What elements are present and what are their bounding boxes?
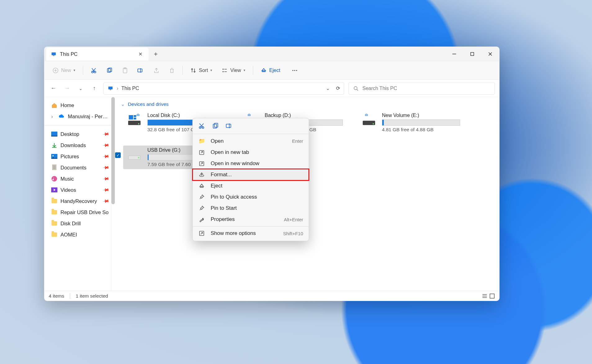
context-label: Open in new window	[211, 160, 259, 167]
sidebar-item-home[interactable]: Home	[50, 100, 110, 110]
sidebar-item-pictures[interactable]: Pictures📌	[50, 151, 110, 161]
view-button[interactable]: View ▾	[218, 65, 249, 76]
svg-line-60	[200, 124, 203, 128]
status-item-count: 4 items	[49, 293, 64, 299]
sidebar-label: Manuviraj - Personal	[68, 114, 109, 119]
delete-button[interactable]	[165, 65, 179, 76]
maximize-button[interactable]	[463, 47, 481, 61]
sidebar-item-documents[interactable]: Documents📌	[50, 163, 110, 173]
svg-rect-0	[52, 52, 56, 55]
sidebar-item-videos[interactable]: Videos📌	[50, 185, 110, 195]
context-open-new-window[interactable]: Open in new window	[193, 158, 309, 169]
paste-button[interactable]	[118, 65, 132, 76]
cut-button[interactable]	[198, 123, 205, 129]
sidebar-item-music[interactable]: Music📌	[50, 174, 110, 184]
videos-icon	[51, 187, 57, 193]
thumbnails-view-button[interactable]	[489, 293, 495, 299]
pin-icon: 📌	[102, 197, 110, 204]
up-button[interactable]: ↑	[90, 85, 99, 92]
sidebar-item-downloads[interactable]: Downloads📌	[50, 140, 110, 150]
eject-label: Eject	[269, 68, 280, 73]
forward-button[interactable]: →	[62, 85, 72, 92]
copy-button[interactable]	[212, 123, 219, 129]
tab-this-pc[interactable]: This PC ✕	[46, 47, 149, 61]
drive-icon	[360, 113, 378, 127]
folder-icon	[51, 231, 57, 238]
cloud-icon	[59, 113, 65, 119]
rename-button[interactable]	[133, 65, 148, 76]
pin-icon	[198, 194, 205, 200]
search-box[interactable]	[348, 82, 495, 95]
svg-point-28	[354, 87, 357, 90]
sidebar-item-aomei[interactable]: AOMEI	[50, 230, 110, 240]
close-button[interactable]	[481, 47, 499, 61]
svg-rect-45	[134, 118, 136, 119]
svg-rect-17	[138, 69, 142, 72]
pictures-icon	[51, 153, 57, 160]
rename-button[interactable]	[226, 123, 233, 129]
new-tab-button[interactable]: ＋	[149, 47, 163, 61]
context-properties[interactable]: PropertiesAlt+Enter	[193, 214, 309, 225]
new-button[interactable]: New ▾	[49, 65, 79, 76]
svg-line-59	[200, 124, 204, 128]
context-pin-start[interactable]: Pin to Start	[193, 203, 309, 214]
sort-label: Sort	[199, 68, 208, 73]
refresh-button[interactable]: ⟳	[336, 85, 340, 91]
sidebar-item-onedrive[interactable]: › Manuviraj - Personal	[50, 111, 110, 121]
sidebar-item-diskdrill[interactable]: Disk Drill	[50, 218, 110, 228]
context-format[interactable]: Format...	[193, 169, 309, 180]
sidebar-label: Repair USB Drive Software	[61, 209, 109, 215]
drive-newvolume-e[interactable]: New Volume (E:) 4.81 GB free of 4.88 GB	[358, 111, 463, 134]
wrench-icon	[198, 216, 205, 222]
sidebar-label: Music	[61, 176, 74, 182]
section-devices-drives[interactable]: ⌄ Devices and drives	[111, 97, 499, 110]
drive-name: Backup (D:)	[265, 113, 343, 118]
context-open-new-tab[interactable]: Open in new tab	[193, 147, 309, 158]
svg-point-52	[138, 157, 139, 158]
tab-close-button[interactable]: ✕	[137, 50, 144, 58]
scrollbar[interactable]	[111, 97, 115, 204]
svg-rect-62	[214, 123, 218, 127]
context-open[interactable]: 📁OpenEnter	[193, 135, 309, 147]
window-buttons	[445, 47, 499, 61]
pin-icon: 📌	[102, 153, 110, 160]
svg-point-49	[373, 123, 374, 124]
recent-button[interactable]: ⌄	[76, 86, 85, 91]
sidebar-item-repair-usb[interactable]: Repair USB Drive Software	[50, 207, 110, 217]
details-view-button[interactable]	[482, 293, 487, 299]
search-input[interactable]	[362, 86, 490, 91]
address-bar[interactable]: › This PC ⌄ ⟳	[103, 82, 344, 95]
eject-button[interactable]: Eject	[257, 65, 284, 76]
svg-rect-30	[51, 132, 57, 136]
sort-button[interactable]: Sort ▾	[186, 65, 216, 76]
more-button[interactable]	[288, 65, 302, 76]
sidebar-label: Pictures	[61, 154, 79, 160]
svg-rect-43	[129, 115, 133, 119]
address-dropdown[interactable]: ⌄	[326, 85, 330, 91]
svg-point-24	[294, 70, 295, 71]
pin-icon: 📌	[102, 142, 110, 149]
svg-point-42	[138, 123, 139, 124]
section-label: Devices and drives	[128, 101, 168, 107]
context-eject[interactable]: Eject	[193, 180, 309, 191]
address-search-row: ← → ⌄ ↑ › This PC ⌄ ⟳	[44, 80, 499, 97]
selection-checkbox[interactable]: ✓	[115, 152, 121, 158]
context-pin-quick-access[interactable]: Pin to Quick access	[193, 191, 309, 203]
breadcrumb-root[interactable]: This PC	[121, 86, 139, 91]
context-label: Eject	[211, 183, 222, 189]
minimize-button[interactable]	[445, 47, 463, 61]
cut-button[interactable]	[87, 65, 101, 76]
back-button[interactable]: ←	[49, 85, 58, 92]
sidebar-item-handyrecovery[interactable]: HandyRecovery📌	[50, 196, 110, 206]
sidebar-item-desktop[interactable]: Desktop📌	[50, 129, 110, 139]
copy-button[interactable]	[102, 65, 116, 76]
share-button[interactable]	[150, 65, 163, 76]
context-label: Pin to Start	[211, 205, 237, 211]
new-label: New	[61, 68, 71, 73]
view-label: View	[230, 68, 241, 73]
context-show-more[interactable]: Show more optionsShift+F10	[193, 228, 309, 239]
download-icon	[51, 142, 57, 148]
context-label: Pin to Quick access	[211, 194, 257, 200]
drive-free-text: 4.81 GB free of 4.88 GB	[382, 127, 460, 133]
sidebar-label: AOMEI	[61, 232, 77, 238]
